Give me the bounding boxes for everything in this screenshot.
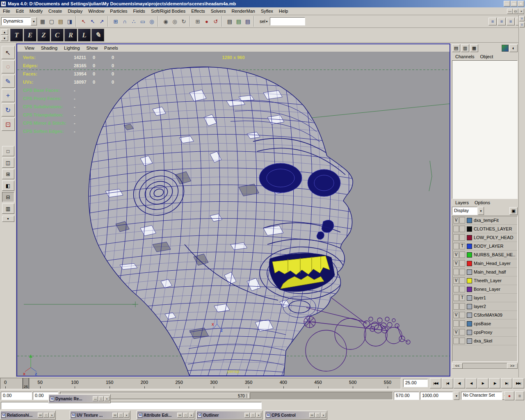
layer-color-swatch[interactable] (467, 304, 472, 309)
minimize-button[interactable]: — (93, 396, 98, 401)
shelf-button-l[interactable]: L (78, 29, 91, 41)
maximize-button[interactable]: □ (43, 413, 49, 418)
render-frame-icon[interactable]: ▤ (225, 17, 234, 26)
layer-display-type-toggle[interactable] (459, 260, 465, 267)
layout-two-pane[interactable]: ◫ (2, 158, 14, 168)
input-connections-icon[interactable]: ◉ (161, 17, 170, 26)
layer-display-type-toggle[interactable] (459, 234, 465, 241)
panel-menu-show[interactable]: Show (83, 45, 101, 51)
menu-fields[interactable]: Fields (130, 8, 148, 14)
show-layer-editor-icon[interactable]: ▥ (461, 44, 469, 52)
layer-color-swatch[interactable] (467, 287, 472, 292)
layout-hypershade[interactable]: ▥ (2, 203, 14, 214)
chevron-down-icon[interactable]: ▼ (31, 17, 37, 25)
mdi-minimize-button[interactable]: — (507, 9, 513, 14)
render-globals-icon[interactable]: ▤ (243, 17, 252, 26)
lasso-select-tool[interactable]: ◌ (2, 60, 15, 73)
menu-renderman[interactable]: RenderMan (228, 8, 258, 14)
layer-row-nurbs-base-he[interactable]: VNURBS_BASE_HE.. (452, 251, 517, 259)
step-back-frame-button[interactable]: ◀| (454, 378, 465, 388)
close-button[interactable]: × (256, 413, 261, 418)
menu-soft-rigid-bodies[interactable]: Soft/Rigid Bodies (148, 8, 188, 14)
shelf-menu-icon[interactable]: ▼ (1, 35, 8, 41)
layer-row-dxa-tempfit[interactable]: Vdxa_tempFit (452, 216, 517, 225)
layer-display-type-toggle[interactable] (459, 217, 465, 224)
playback-end-field[interactable]: 570.00 (394, 392, 419, 400)
restore-button[interactable]: ▭ (38, 413, 43, 418)
snap-point-icon[interactable]: ∴ (129, 17, 138, 26)
layer-mode-dropdown[interactable]: Display (452, 207, 477, 215)
layer-color-swatch[interactable] (467, 269, 472, 275)
character-set-dropdown[interactable]: No Character Set ▼ (461, 392, 508, 400)
layout-persp-graph[interactable]: ⊟ (2, 192, 14, 202)
layer-color-swatch[interactable] (467, 278, 472, 283)
shelf-button-c[interactable]: C (51, 29, 64, 41)
layer-visibility-toggle[interactable] (453, 286, 459, 292)
shelf-button-z[interactable]: Z (37, 29, 50, 41)
snap-grid-icon[interactable]: ⊞ (111, 17, 120, 26)
layer-display-type-toggle[interactable] (459, 320, 465, 327)
menu-syflex[interactable]: Syflex (258, 8, 276, 14)
layer-display-type-toggle[interactable] (459, 338, 465, 344)
layer-display-type-toggle[interactable]: T (459, 243, 465, 249)
layer-row-cpsproxy[interactable]: VcpsProxy (452, 328, 517, 337)
layer-visibility-toggle[interactable] (453, 294, 459, 301)
select-object-icon[interactable]: ↖ (88, 17, 97, 26)
quick-select-input[interactable] (270, 17, 305, 25)
menu-set-dropdown[interactable]: Dynamics ▼ (1, 17, 37, 25)
shelf-button-r[interactable]: R (64, 29, 77, 41)
menu-window[interactable]: Window (85, 8, 107, 14)
panel-menu-lighting[interactable]: Lighting (61, 45, 83, 51)
menu-object[interactable]: Object (477, 54, 496, 59)
play-backward-button[interactable]: ◀ (466, 378, 477, 388)
layer-row-theeth-layer[interactable]: VTheeth_Layer (452, 276, 517, 285)
close-button[interactable]: × (49, 413, 55, 418)
layer-color-swatch[interactable] (467, 218, 472, 223)
layer-display-type-toggle[interactable] (459, 286, 465, 292)
animation-end-field[interactable]: 1000.00 (420, 392, 453, 400)
maximize-button[interactable]: □ (118, 413, 123, 418)
minimized-window-outliner[interactable]: MOutliner▭□× (196, 411, 262, 420)
show-channel-box-icon[interactable]: ▤ (452, 44, 460, 52)
layer-display-type-toggle[interactable] (459, 329, 465, 336)
layer-visibility-toggle[interactable] (453, 269, 459, 275)
layer-row-dxa-skel[interactable]: dxa_Skel (452, 337, 517, 345)
maximize-button[interactable]: □ (250, 413, 256, 418)
step-back-key-button[interactable]: |◀ (442, 378, 453, 388)
layer-display-type-toggle[interactable] (459, 251, 465, 258)
layer-display-type-toggle[interactable] (459, 303, 465, 310)
range-grip-right[interactable] (247, 394, 249, 398)
maximize-button[interactable]: □ (315, 413, 320, 418)
play-forward-button[interactable]: ▶ (477, 378, 489, 388)
chevron-down-icon[interactable]: ▼ (454, 392, 459, 400)
go-to-end-button[interactable]: ▶▶| (513, 378, 524, 388)
layer-color-swatch[interactable] (467, 295, 472, 301)
layer-row-main-head-half[interactable]: Main_head_half (452, 268, 517, 276)
shelf-tab-up-icon[interactable]: ▲ (1, 29, 8, 35)
minimized-window-cps-control[interactable]: MCPS Control▭□× (265, 411, 327, 420)
panel-menu-shading[interactable]: Shading (38, 45, 61, 51)
maximize-button[interactable]: □ (183, 413, 188, 418)
menu-solvers[interactable]: Solvers (208, 8, 229, 14)
curve-snap-icon[interactable]: ↺ (211, 17, 220, 26)
show-ui-elements-icon[interactable]: ≡ (488, 18, 497, 25)
layer-row-layer1[interactable]: Tlayer1 (452, 294, 517, 302)
minimized-window-uv-texture[interactable]: MUV Texture ...▭□× (70, 411, 130, 420)
layer-visibility-toggle[interactable] (453, 338, 459, 344)
menu-create[interactable]: Create (46, 8, 65, 14)
timeline-ruler[interactable]: 050100150200250300350400450500550 25 (0, 378, 401, 389)
command-line-input[interactable] (1, 402, 262, 409)
restore-button[interactable]: ▭ (511, 1, 517, 7)
show-channels-layers-icon[interactable]: ▦ (470, 44, 478, 52)
layer-color-swatch[interactable] (467, 226, 472, 232)
channel-box-empty[interactable] (452, 60, 518, 199)
menu-display[interactable]: Display (65, 8, 85, 14)
ipr-render-icon[interactable]: ▤ (234, 17, 243, 26)
save-scene-icon[interactable]: ◨ (65, 17, 74, 26)
layer-color-swatch[interactable] (467, 321, 472, 326)
layer-visibility-toggle[interactable]: V (453, 277, 459, 284)
menu-layers[interactable]: Layers (452, 200, 472, 205)
layout-four-pane[interactable]: ⊞ (2, 169, 14, 179)
auto-key-icon[interactable]: ● (504, 391, 514, 400)
new-layer-icon[interactable]: ▣ (509, 207, 518, 215)
